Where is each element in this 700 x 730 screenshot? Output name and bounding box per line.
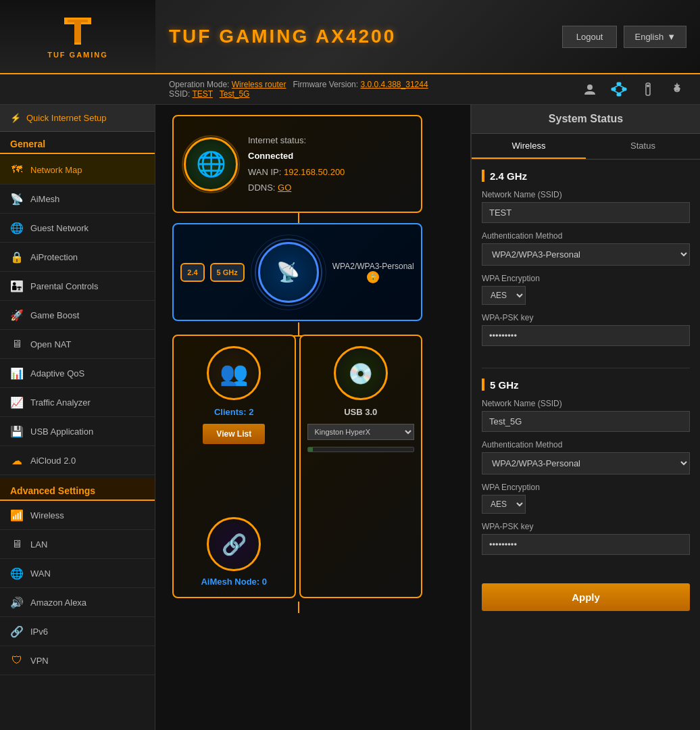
operation-mode-link[interactable]: Wireless router xyxy=(232,80,286,89)
ssid-24-label: Network Name (SSID) xyxy=(482,190,690,199)
sidebar-item-label: Open NAT xyxy=(30,339,71,349)
content-area: 🌐 Internet status: Connected WAN IP: 192… xyxy=(155,105,700,730)
firmware-link[interactable]: 3.0.0.4.388_31244 xyxy=(360,80,428,89)
vpn-icon: 🛡 xyxy=(10,654,24,667)
logout-button[interactable]: Logout xyxy=(562,26,618,48)
ssid-5-link[interactable]: Test_5G xyxy=(220,89,250,99)
band-5-section: 5 GHz Network Name (SSID) Authentication… xyxy=(482,379,690,563)
encryption-5-label: WPA Encryption xyxy=(482,483,690,492)
encryption-24-select[interactable]: AES TKIP xyxy=(482,286,526,305)
band-24-title: 2.4 GHz xyxy=(482,170,690,182)
guest-icon: 🌐 xyxy=(10,221,24,235)
wan-icon: 🌐 xyxy=(10,566,24,580)
sidebar-item-traffic-analyzer[interactable]: 📈 Traffic Analyzer xyxy=(0,388,155,417)
sidebar-item-aicloud[interactable]: ☁ AiCloud 2.0 xyxy=(0,446,155,475)
sidebar-item-wireless[interactable]: 📶 Wireless xyxy=(0,501,155,530)
clients-box: 👥 Clients: 2 View List 🔗 AiMesh Node: 0 xyxy=(172,335,296,598)
language-button[interactable]: English ▼ xyxy=(624,26,686,48)
usb-device-select[interactable]: Kingston HyperX xyxy=(307,424,415,440)
router-box: 2.4 5 GHz 📡 WPA2/WPA3-Personal 🔒 xyxy=(172,223,422,321)
svg-rect-4 xyxy=(611,88,616,91)
psk-5-input[interactable] xyxy=(482,534,690,555)
svg-rect-3 xyxy=(617,82,621,85)
settings-icon[interactable] xyxy=(668,80,686,99)
usb-progress-bar xyxy=(307,447,415,452)
app-title: TUF GAMING AX4200 xyxy=(169,26,562,47)
parental-icon: 👨‍👧 xyxy=(10,279,24,293)
sidebar-item-label: Amazon Alexa xyxy=(30,598,86,608)
encryption-5-select[interactable]: AES TKIP xyxy=(482,495,526,514)
clients-count: Clients: 2 xyxy=(214,407,254,417)
operation-info: Operation Mode: Wireless router Firmware… xyxy=(169,80,428,99)
sidebar-item-ipv6[interactable]: 🔗 IPv6 xyxy=(0,617,155,646)
quick-internet-setup-button[interactable]: ⚡ Quick Internet Setup xyxy=(0,105,155,132)
shield-icon: 🔒 xyxy=(10,250,24,264)
nat-icon: 🖥 xyxy=(10,337,24,351)
sidebar-item-label: LAN xyxy=(30,539,47,550)
tab-wireless[interactable]: Wireless xyxy=(472,134,586,159)
svg-point-12 xyxy=(647,84,649,87)
system-status-panel: System Status Wireless Status 2.4 GHz Ne… xyxy=(470,105,700,730)
sidebar-item-aimesh[interactable]: 📡 AiMesh xyxy=(0,185,155,214)
internet-box: 🌐 Internet status: Connected WAN IP: 192… xyxy=(172,115,422,213)
sidebar-item-aiprotection[interactable]: 🔒 AiProtection xyxy=(0,243,155,272)
tab-status[interactable]: Status xyxy=(586,134,700,159)
psk-24-label: WPA-PSK key xyxy=(482,313,690,322)
ddns-link[interactable]: GO xyxy=(278,182,291,193)
svg-point-2 xyxy=(587,84,593,90)
lock-badge: 🔒 xyxy=(367,271,379,283)
band-24-section: 2.4 GHz Network Name (SSID) Authenticati… xyxy=(482,170,690,354)
sidebar-item-network-map[interactable]: 🗺 Network Map xyxy=(0,155,155,185)
sidebar-item-guest-network[interactable]: 🌐 Guest Network xyxy=(0,214,155,243)
cloud-icon: ☁ xyxy=(10,454,24,467)
freq-bar-indicator xyxy=(482,170,484,182)
router-security: WPA2/WPA3-Personal 🔒 xyxy=(332,262,414,283)
psk-24-input[interactable] xyxy=(482,325,690,346)
wireless-icon: 📶 xyxy=(10,508,24,522)
ssid-24-link[interactable]: TEST xyxy=(192,89,212,99)
freq-5-badge: 5 GHz xyxy=(210,263,245,282)
sidebar-item-game-boost[interactable]: 🚀 Game Boost xyxy=(0,301,155,330)
sidebar-item-label: Wireless xyxy=(30,510,64,520)
sidebar-item-vpn[interactable]: 🛡 VPN xyxy=(0,646,155,675)
frequency-badges: 2.4 5 GHz xyxy=(180,263,244,282)
sidebar-item-label: VPN xyxy=(30,656,49,666)
sidebar-item-label: Adaptive QoS xyxy=(30,368,84,379)
sidebar-item-open-nat[interactable]: 🖥 Open NAT xyxy=(0,330,155,359)
sidebar-item-label: AiProtection xyxy=(30,252,78,262)
main-layout: ⚡ Quick Internet Setup General 🗺 Network… xyxy=(0,105,700,730)
globe-icon: 🌐 xyxy=(184,137,238,191)
usb-app-icon: 💾 xyxy=(10,424,24,438)
svg-line-10 xyxy=(619,91,624,93)
sidebar-item-label: AiMesh xyxy=(30,194,59,204)
sidebar-item-label: Network Map xyxy=(30,165,82,175)
sidebar-item-parental-controls[interactable]: 👨‍👧 Parental Controls xyxy=(0,272,155,301)
header-actions: Logout English ▼ xyxy=(562,26,700,48)
auth-5-label: Authentication Method xyxy=(482,440,690,449)
usb-label: USB 3.0 xyxy=(344,407,377,417)
sidebar-item-adaptive-qos[interactable]: 📊 Adaptive QoS xyxy=(0,359,155,388)
ssid-5-input[interactable] xyxy=(482,411,690,432)
auth-24-label: Authentication Method xyxy=(482,231,690,241)
header-icons xyxy=(580,80,686,99)
tuf-logo-icon xyxy=(57,14,98,48)
sidebar-item-amazon-alexa[interactable]: 🔊 Amazon Alexa xyxy=(0,588,155,617)
sidebar-item-lan[interactable]: 🖥 LAN xyxy=(0,530,155,559)
freq-24-badge: 2.4 xyxy=(180,263,204,282)
auth-5-select[interactable]: WPA2/WPA3-Personal WPA2-Personal WPA3-Pe… xyxy=(482,452,690,474)
usb-icon[interactable] xyxy=(639,80,657,99)
chevron-down-icon: ▼ xyxy=(667,32,676,42)
auth-24-select[interactable]: WPA2/WPA3-Personal WPA2-Personal WPA3-Pe… xyxy=(482,243,690,266)
sidebar-item-label: Game Boost xyxy=(30,310,79,320)
apply-button[interactable]: Apply xyxy=(482,583,690,611)
sidebar-item-label: IPv6 xyxy=(30,627,48,637)
ssid-24-input[interactable] xyxy=(482,202,690,223)
sidebar-item-wan[interactable]: 🌐 WAN xyxy=(0,559,155,588)
lan-icon: 🖥 xyxy=(10,537,24,551)
logo-text: TUF GAMING xyxy=(47,51,108,59)
view-list-button[interactable]: View List xyxy=(203,424,265,444)
network-icon[interactable] xyxy=(609,80,628,99)
user-icon[interactable] xyxy=(580,80,599,99)
game-icon: 🚀 xyxy=(10,308,24,322)
sidebar-item-usb-application[interactable]: 💾 USB Application xyxy=(0,417,155,446)
